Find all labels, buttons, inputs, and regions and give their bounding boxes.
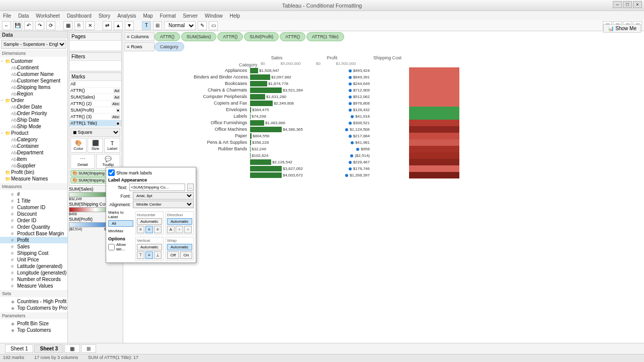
shipping-cell[interactable] bbox=[409, 74, 459, 80]
shipping-cell[interactable] bbox=[409, 113, 459, 120]
dir-2[interactable]: ‹ bbox=[176, 226, 183, 233]
menu-file[interactable]: File bbox=[3, 13, 11, 19]
measure-product-base-margin[interactable]: #Product Base Margin bbox=[0, 230, 67, 237]
measure-number-of-records[interactable]: #Number of Records bbox=[0, 276, 67, 283]
col-pill[interactable]: ATTR() bbox=[154, 32, 180, 41]
new-sheet-icon[interactable]: ▦ bbox=[64, 344, 80, 353]
mark-row[interactable]: ATTR() (2)Abc bbox=[69, 101, 121, 107]
menu-window[interactable]: Window bbox=[205, 13, 223, 19]
close-button[interactable]: × bbox=[633, 1, 642, 8]
profit-mark[interactable]: $958 bbox=[304, 146, 405, 152]
profit-mark[interactable]: $178,746 bbox=[304, 165, 405, 172]
new-worksheet-icon[interactable]: ▦ bbox=[63, 21, 72, 30]
shipping-cell[interactable] bbox=[409, 94, 459, 100]
size-button[interactable]: ⬛Size bbox=[88, 138, 104, 153]
undo-icon[interactable]: ↶ bbox=[24, 21, 33, 30]
label-font-select[interactable]: Arial, 8pt bbox=[133, 192, 194, 200]
col-pill[interactable]: ATTR(1 Title) bbox=[306, 32, 344, 41]
params-item[interactable]: ◈Top Customers bbox=[0, 327, 67, 333]
dim-item[interactable]: AbcItem bbox=[0, 156, 67, 162]
profit-mark[interactable]: $849,391 bbox=[304, 74, 405, 80]
menu-worksheet[interactable]: Worksheet bbox=[36, 13, 60, 19]
measure-longitude-(generated)[interactable]: #Longitude (generated) bbox=[0, 269, 67, 276]
refresh-icon[interactable]: ⟳ bbox=[46, 21, 55, 30]
text-more-button[interactable]: … bbox=[187, 184, 194, 191]
maximize-button[interactable]: □ bbox=[623, 1, 632, 8]
sales-bar[interactable]: $32,249 bbox=[250, 146, 303, 152]
measure-order-quantity[interactable]: #Order Quantity bbox=[0, 224, 67, 230]
dim-ship-date[interactable]: AbcShip Date bbox=[0, 117, 67, 123]
menu-dashboard[interactable]: Dashboard bbox=[67, 13, 92, 19]
sales-bar[interactable]: $2,349,808 bbox=[250, 100, 303, 107]
labels-icon[interactable]: T bbox=[142, 21, 151, 30]
show-me-button[interactable]: 📊 Show Me bbox=[603, 24, 641, 33]
shipping-cell[interactable] bbox=[409, 67, 459, 74]
measure-customer-id[interactable]: #Customer ID bbox=[0, 204, 67, 211]
measure-#[interactable]: ## bbox=[0, 191, 67, 198]
profit-mark[interactable]: $493,424 bbox=[304, 67, 405, 74]
sales-bar[interactable]: $804,556 bbox=[250, 133, 303, 139]
dim-order-date[interactable]: AbcOrder Date bbox=[0, 104, 67, 110]
shipping-cell[interactable] bbox=[409, 107, 459, 113]
v-auto[interactable]: Automatic bbox=[137, 244, 162, 250]
sales-bar[interactable]: $2,128,542 bbox=[250, 159, 303, 165]
dim-order-priority[interactable]: AbcOrder Priority bbox=[0, 110, 67, 117]
menu-help[interactable]: Help bbox=[230, 13, 240, 19]
measure-order-id[interactable]: #Order ID bbox=[0, 217, 67, 224]
redo-icon[interactable]: ↷ bbox=[35, 21, 44, 30]
datasource-select[interactable]: Sample - Superstore - English... bbox=[1, 40, 66, 49]
col-pill[interactable]: ATTR() bbox=[217, 32, 243, 41]
menu-analysis[interactable]: Analysis bbox=[117, 13, 136, 19]
shipping-cell[interactable] bbox=[409, 80, 459, 87]
profit-mark[interactable]: ($2,514) bbox=[304, 152, 405, 159]
shipping-cell[interactable] bbox=[409, 172, 459, 178]
visualization[interactable]: SalesProfitShipping Cost $0$5,000,000$0$… bbox=[123, 53, 644, 343]
dim-continent[interactable]: AbcContinent bbox=[0, 64, 67, 71]
sheet-tab-1[interactable]: Sheet 1 bbox=[5, 344, 33, 353]
shipping-cell[interactable] bbox=[409, 120, 459, 126]
menu-data[interactable]: Data bbox=[18, 13, 29, 19]
dim-shipping-items[interactable]: AbcShipping Items bbox=[0, 84, 67, 90]
profit-mark[interactable]: $41,981 bbox=[304, 139, 405, 146]
menu-server[interactable]: Server bbox=[183, 13, 198, 19]
dim-supplier[interactable]: AbcSupplier bbox=[0, 162, 67, 169]
label-button[interactable]: TLabel bbox=[104, 138, 120, 153]
dim-customer[interactable]: −📁Customer bbox=[0, 58, 67, 64]
label-align-select[interactable]: Middle Center bbox=[133, 201, 194, 208]
columns-shelf[interactable]: ATTR()SUM(Sales)ATTR()SUM(Profit)ATTR()A… bbox=[154, 32, 344, 41]
minimize-button[interactable]: – bbox=[613, 1, 622, 8]
dim-customer-name[interactable]: AbcCustomer Name bbox=[0, 71, 67, 77]
mark-row[interactable]: SUM(Sales)Ad bbox=[69, 94, 121, 101]
pages-shelf[interactable]: Pages bbox=[69, 33, 121, 41]
mark-row[interactable]: ATTR()Ad bbox=[69, 87, 121, 94]
profit-mark[interactable]: $128,432 bbox=[304, 107, 405, 113]
profit-mark[interactable]: $512,062 bbox=[304, 94, 405, 100]
profit-mark[interactable]: $244,649 bbox=[304, 80, 405, 87]
wrap-auto[interactable]: Automatic bbox=[167, 244, 192, 250]
dim-category[interactable]: AbcCategory bbox=[0, 136, 67, 143]
profit-mark[interactable]: $978,808 bbox=[304, 100, 405, 107]
dim-product[interactable]: −📁Product bbox=[0, 130, 67, 136]
dim-container[interactable]: AbcContainer bbox=[0, 143, 67, 149]
row-pill[interactable]: Category bbox=[154, 42, 184, 51]
shipping-cell[interactable] bbox=[409, 126, 459, 133]
dim-customer-segment[interactable]: AbcCustomer Segment bbox=[0, 77, 67, 84]
sales-bar[interactable]: $358,228 bbox=[250, 139, 303, 146]
mark-row[interactable]: All bbox=[69, 81, 121, 87]
h-left[interactable]: ≡ bbox=[137, 226, 144, 233]
wrap-on[interactable]: On bbox=[180, 251, 192, 259]
profit-mark[interactable]: $217,884 bbox=[304, 133, 405, 139]
menu-story[interactable]: Story bbox=[99, 13, 110, 19]
sales-bar[interactable]: $2,097,882 bbox=[250, 74, 303, 80]
h-center[interactable]: ≡ bbox=[145, 226, 153, 233]
show-labels-checkbox[interactable] bbox=[108, 169, 115, 176]
measure-sales[interactable]: #Sales bbox=[0, 243, 67, 250]
swap-icon[interactable]: ⇄ bbox=[103, 21, 112, 30]
group-icon[interactable]: ⊞ bbox=[153, 21, 162, 30]
shipping-cell[interactable] bbox=[409, 133, 459, 139]
sales-bar[interactable]: $102,824 bbox=[250, 152, 303, 159]
mark-row[interactable]: ATTR() (3)Abc bbox=[69, 114, 121, 120]
profit-mark[interactable]: $712,909 bbox=[304, 87, 405, 94]
dim-profit-(bin)[interactable]: 📁Profit (bin) bbox=[0, 169, 67, 175]
menu-map[interactable]: Map bbox=[143, 13, 152, 19]
